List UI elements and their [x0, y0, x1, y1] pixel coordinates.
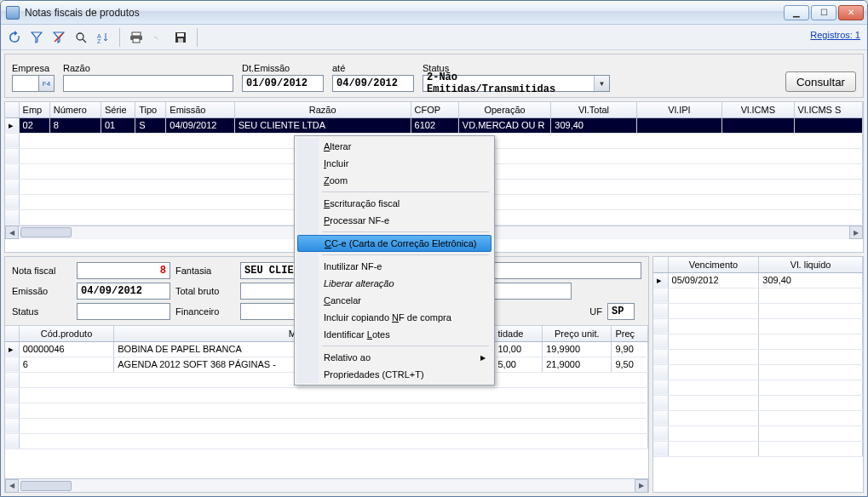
- fantasia-label: Fantasia: [175, 266, 235, 276]
- consultar-button[interactable]: Consultar: [785, 71, 856, 92]
- uf-input[interactable]: [607, 303, 635, 320]
- table-row[interactable]: ▸ 02 8 01 S 04/09/2012 SEU CLIENTE LTDA …: [5, 117, 863, 133]
- nota-label: Nota fiscal: [12, 266, 72, 276]
- dt-emissao-input[interactable]: [242, 75, 324, 92]
- col-operacao[interactable]: Operação: [458, 102, 550, 117]
- col-vlipi[interactable]: Vl.IPI: [636, 102, 721, 117]
- col-vltotal[interactable]: Vl.Total: [551, 102, 636, 117]
- titlebar[interactable]: Notas fiscais de produtos ▁ ☐ ✕: [1, 1, 867, 25]
- svg-text:Z: Z: [97, 38, 101, 43]
- col-vencimento[interactable]: Vencimento: [668, 257, 759, 272]
- svg-rect-7: [177, 33, 184, 37]
- menu-item[interactable]: Alterar: [296, 138, 492, 155]
- nota-input[interactable]: [77, 262, 170, 279]
- filter-panel: Empresa F4 Razão Dt.Emissão até Status: [4, 54, 864, 98]
- empresa-lookup-icon[interactable]: F4: [39, 75, 55, 92]
- record-count-link[interactable]: Registros: 1: [810, 30, 860, 40]
- minimize-button[interactable]: ▁: [784, 5, 809, 20]
- refresh-icon[interactable]: [6, 29, 23, 46]
- window-frame: Notas fiscais de produtos ▁ ☐ ✕ AZ: [0, 0, 868, 497]
- app-icon: [6, 6, 20, 20]
- col-cfop[interactable]: CFOP: [411, 102, 458, 117]
- col-vlicmss[interactable]: Vl.ICMS S: [794, 102, 862, 117]
- col-razao[interactable]: Razão: [234, 102, 411, 117]
- svg-rect-8: [178, 38, 183, 43]
- print-icon[interactable]: [128, 29, 145, 46]
- col-serie[interactable]: Série: [101, 102, 135, 117]
- search-icon[interactable]: [72, 29, 89, 46]
- col-vlicms[interactable]: Vl.ICMS: [722, 102, 794, 117]
- menu-item[interactable]: Propriedades (CTRL+T): [296, 366, 492, 383]
- maximize-button[interactable]: ☐: [811, 5, 836, 20]
- menu-item[interactable]: Inutilizar NF-e: [296, 258, 492, 275]
- menu-item[interactable]: Processar NF-e: [296, 212, 492, 229]
- status-input[interactable]: [77, 303, 170, 320]
- uf-label: UF: [577, 306, 602, 317]
- menu-item[interactable]: Zoom: [296, 172, 492, 189]
- filter-icon[interactable]: [28, 29, 45, 46]
- preview-icon[interactable]: [150, 29, 167, 46]
- menu-item[interactable]: Incluir: [296, 155, 492, 172]
- table-row[interactable]: ▸ 05/09/2012 309,40: [653, 272, 863, 288]
- col-emissao[interactable]: Emissão: [166, 102, 234, 117]
- col-pr[interactable]: Preç: [612, 326, 648, 341]
- ate-label: até: [332, 63, 414, 73]
- items-scrollbar[interactable]: ◀▶: [5, 478, 648, 492]
- empresa-input[interactable]: [12, 75, 39, 92]
- status-select[interactable]: 2-Não Emitidas/Transmitidas: [423, 75, 610, 92]
- save-icon[interactable]: [172, 29, 189, 46]
- col-vlliquido[interactable]: Vl. liquido: [759, 257, 863, 272]
- payments-panel: Vencimento Vl. liquido ▸ 05/09/2012 309,…: [652, 256, 864, 493]
- col-numero[interactable]: Número: [49, 102, 101, 117]
- sort-icon[interactable]: AZ: [95, 29, 112, 46]
- emissao-label: Emissão: [12, 286, 72, 296]
- menu-item[interactable]: Identificar Lotes: [296, 326, 492, 343]
- col-pu[interactable]: Preço unit.: [543, 326, 612, 341]
- filter-remove-icon[interactable]: [50, 29, 67, 46]
- menu-item[interactable]: Relativo ao▶: [296, 349, 492, 366]
- emissao-input[interactable]: [77, 283, 170, 300]
- toolbar: AZ Registros: 1: [1, 25, 867, 50]
- close-button[interactable]: ✕: [838, 5, 864, 20]
- col-emp[interactable]: Emp: [19, 102, 49, 117]
- razao-label: Razão: [63, 63, 233, 73]
- window-title: Notas fiscais de produtos: [25, 7, 784, 19]
- svg-rect-5: [133, 38, 140, 43]
- col-cod[interactable]: Cód.produto: [19, 326, 114, 341]
- chevron-down-icon[interactable]: ▼: [594, 76, 609, 91]
- menu-item[interactable]: Escrituração fiscal: [296, 195, 492, 212]
- dt-emissao-label: Dt.Emissão: [242, 63, 324, 73]
- status2-label: Status: [12, 306, 72, 317]
- menu-item[interactable]: CC-e (Carta de Correção Eletrônica): [297, 235, 491, 252]
- payments-grid[interactable]: Vencimento Vl. liquido ▸ 05/09/2012 309,…: [653, 257, 863, 457]
- financeiro-label: Financeiro: [175, 306, 235, 317]
- svg-rect-3: [132, 32, 141, 36]
- col-qtd[interactable]: tidade: [494, 326, 543, 341]
- svg-point-0: [77, 33, 83, 40]
- ate-input[interactable]: [332, 75, 414, 92]
- col-tipo[interactable]: Tipo: [135, 102, 166, 117]
- razao-input[interactable]: [63, 75, 233, 92]
- totalbruto-label: Total bruto: [175, 286, 235, 296]
- context-menu: AlterarIncluirZoomEscrituração fiscalPro…: [294, 135, 495, 386]
- empresa-label: Empresa: [12, 63, 55, 73]
- menu-item[interactable]: Cancelar: [296, 292, 492, 309]
- row-marker-header: [5, 102, 19, 117]
- menu-item[interactable]: Incluir copiando NF de compra: [296, 309, 492, 326]
- menu-item[interactable]: Liberar alteração: [296, 275, 492, 292]
